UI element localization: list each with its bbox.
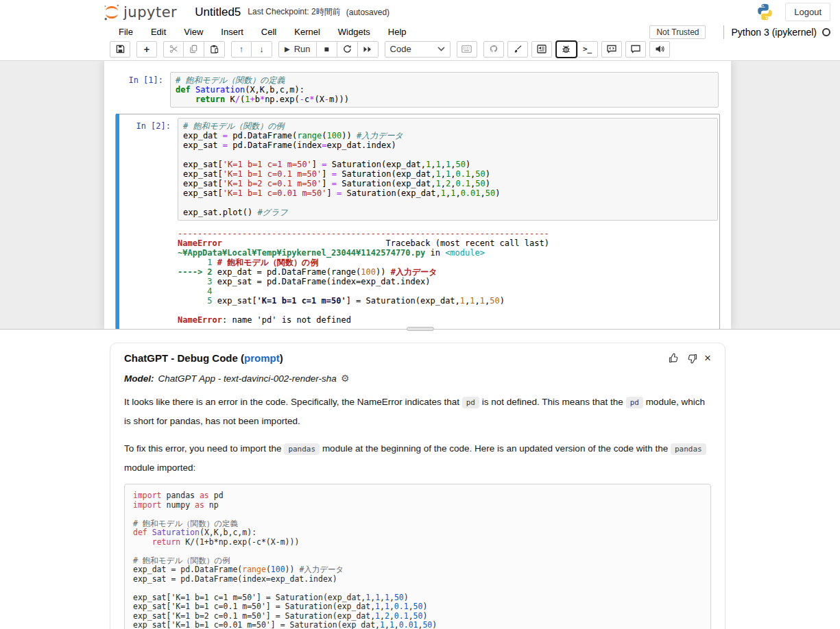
notebook-toolbar: + ↑ ↓ ▶ Run ■ <box>0 41 840 61</box>
code-cell-1: In [1]: # 飽和モデル（関数）の定義def Saturation(X,K… <box>104 72 731 108</box>
chatgpt-panel-area: ChatGPT - Debug Code (prompt) × Model: C… <box>0 343 840 629</box>
inline-code-chip: pandas <box>284 443 320 455</box>
kernel-idle-indicator <box>822 28 830 36</box>
restart-icon <box>343 45 352 53</box>
menu-bar: File Edit View Insert Cell Kernel Widget… <box>0 23 840 41</box>
jupyter-logo[interactable]: jupyter <box>103 3 177 21</box>
gear-icon[interactable]: ⚙ <box>341 373 350 384</box>
cell-2-code: # 飽和モデル（関数）の例exp_dat = pd.DataFrame(rang… <box>183 121 712 217</box>
notebook-title[interactable]: Untitled5 <box>195 5 241 19</box>
cell-2-output-prompt <box>123 229 178 325</box>
chatgpt-title: ChatGPT - Debug Code (prompt) <box>124 352 283 364</box>
stop-icon: ■ <box>324 45 328 54</box>
panel-splitter <box>0 329 840 343</box>
thumbs-up-button[interactable] <box>669 353 680 364</box>
snippets-menu-button[interactable] <box>531 41 552 58</box>
chatgpt-code-block: import pandas as pdimport numpy as np # … <box>124 484 711 629</box>
python-logo-icon <box>756 3 774 21</box>
prompt-link[interactable]: prompt <box>244 352 280 364</box>
cell-2-input[interactable]: # 飽和モデル（関数）の例exp_dat = pd.DataFrame(rang… <box>178 118 718 221</box>
cell-2-prompt: In [2]: <box>123 118 178 221</box>
voice-button[interactable] <box>649 41 670 58</box>
code-cell-2-selected[interactable]: In [2]: # 飽和モデル（関数）の例exp_dat = pd.DataFr… <box>115 114 720 329</box>
code-bubble-icon <box>607 45 616 53</box>
octocat-icon <box>489 45 499 53</box>
command-palette-button[interactable] <box>457 41 477 58</box>
chatgpt-code: import pandas as pdimport numpy as np # … <box>133 491 702 629</box>
header-bar: jupyter Untitled5 Last Checkpoint: 2時間前 … <box>0 0 840 23</box>
comment-button[interactable] <box>625 41 646 58</box>
close-icon[interactable]: × <box>704 352 711 364</box>
inline-code-chip: pandas <box>671 443 706 455</box>
restart-run-all-button[interactable] <box>358 41 379 58</box>
chatgpt-paragraph-2: To fix this error, you need to import th… <box>124 439 711 477</box>
terminal-icon: >_ <box>583 45 592 53</box>
speaker-icon <box>655 45 664 53</box>
chatgpt-card: ChatGPT - Debug Code (prompt) × Model: C… <box>110 343 725 629</box>
menu-edit[interactable]: Edit <box>142 24 175 40</box>
move-cell-up-button[interactable]: ↑ <box>231 41 252 58</box>
menu-view[interactable]: View <box>175 24 212 40</box>
notebook-background: In [1]: # 飽和モデル（関数）の定義def Saturation(X,K… <box>0 61 840 329</box>
snippet-box-icon <box>537 45 547 53</box>
menu-file[interactable]: File <box>110 24 142 40</box>
run-label: Run <box>294 44 311 54</box>
code-cell-2: In [2]: # 飽和モデル（関数）の例exp_dat = pd.DataFr… <box>116 118 718 221</box>
fast-forward-icon <box>363 45 372 53</box>
add-cell-button[interactable]: + <box>136 41 157 58</box>
paintbrush-icon <box>513 45 522 53</box>
inline-code-chip: pd <box>626 397 643 408</box>
menu-kernel[interactable]: Kernel <box>285 24 329 40</box>
not-trusted-badge[interactable]: Not Trusted <box>649 25 706 39</box>
selected-cell-indicator <box>116 114 119 329</box>
keyboard-icon <box>461 45 472 53</box>
autosave-status: (autosaved) <box>346 8 389 17</box>
chevron-down-icon <box>437 47 445 51</box>
cell-2-traceback: ----------------------------------------… <box>178 229 549 325</box>
gist-button[interactable] <box>483 41 504 58</box>
menu-widgets[interactable]: Widgets <box>329 24 379 40</box>
restart-kernel-button[interactable] <box>337 41 358 58</box>
paste-cell-button[interactable] <box>204 41 225 58</box>
inline-code-chip: pd <box>462 397 479 408</box>
code-prettify-button[interactable] <box>507 41 528 58</box>
cell-1-prompt: In [1]: <box>115 72 170 108</box>
code-comment-button[interactable] <box>601 41 622 58</box>
save-icon <box>116 45 125 53</box>
copy-cell-button[interactable] <box>184 41 204 58</box>
cell-type-value: Code <box>390 44 411 54</box>
menu-help[interactable]: Help <box>379 24 416 40</box>
cell-2-output: ----------------------------------------… <box>116 225 718 325</box>
splitter-drag-handle[interactable] <box>407 327 434 331</box>
model-label: Model: <box>124 373 154 384</box>
cut-cell-button[interactable] <box>163 41 184 58</box>
cell-1-input[interactable]: # 飽和モデル（関数）の定義def Saturation(X,K,b,c,m):… <box>170 72 719 108</box>
model-line: Model: ChatGPT App - text-davinci-002-re… <box>124 373 711 384</box>
checkpoint-status: Last Checkpoint: 2時間前 <box>248 6 340 18</box>
paste-icon <box>210 45 219 53</box>
jupyter-logo-text: jupyter <box>123 4 177 21</box>
bug-icon <box>561 44 571 54</box>
model-value: ChatGPT App - text-davinci-002-render-sh… <box>158 373 337 384</box>
interrupt-kernel-button[interactable]: ■ <box>317 41 337 58</box>
notebook-container: In [1]: # 飽和モデル（関数）の定義def Saturation(X,K… <box>104 61 731 329</box>
terminal-button[interactable]: >_ <box>577 41 598 58</box>
run-icon: ▶ <box>285 45 290 53</box>
chatgpt-paragraph-1: It looks like there is an error in the c… <box>124 393 711 430</box>
menubar-divider <box>723 25 724 39</box>
arrow-up-icon: ↑ <box>239 44 244 54</box>
copy-icon <box>189 45 198 53</box>
logout-button[interactable]: Logout <box>785 3 830 21</box>
menu-cell[interactable]: Cell <box>252 24 285 40</box>
menu-insert[interactable]: Insert <box>212 24 252 40</box>
cell-1-code: # 飽和モデル（関数）の定義def Saturation(X,K,b,c,m):… <box>176 75 713 104</box>
debug-chatgpt-button[interactable] <box>555 40 577 58</box>
thumbs-down-button[interactable] <box>686 353 697 364</box>
run-button[interactable]: ▶ Run <box>278 41 317 58</box>
move-cell-down-button[interactable]: ↓ <box>252 41 272 58</box>
scissors-icon <box>169 45 178 53</box>
arrow-down-icon: ↓ <box>259 44 264 54</box>
chat-bubble-icon <box>631 45 640 53</box>
save-button[interactable] <box>110 41 130 58</box>
cell-type-select[interactable]: Code <box>385 41 451 58</box>
